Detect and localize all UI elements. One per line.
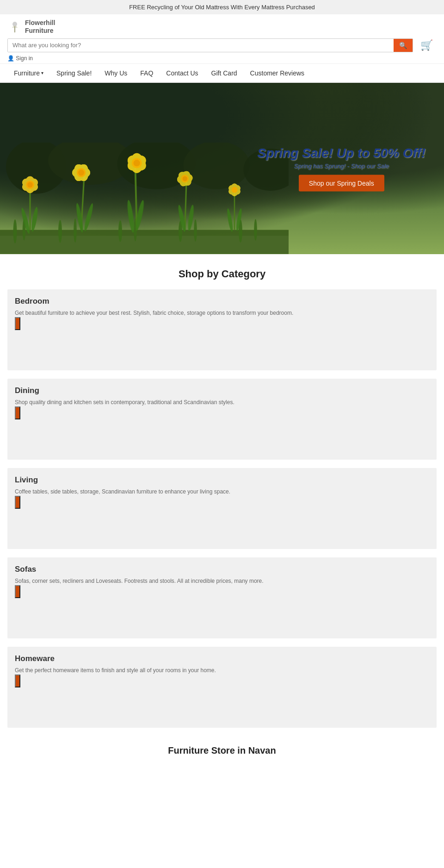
nav-item-spring-sale[interactable]: Spring Sale!: [50, 64, 98, 82]
category-name-sofas: Sofas: [15, 565, 429, 574]
svg-point-27: [27, 182, 33, 187]
logo-text: Flowerhill Furniture: [25, 19, 55, 35]
search-input-wrap[interactable]: 🔍: [7, 38, 413, 52]
svg-point-36: [78, 170, 84, 176]
svg-point-18: [254, 219, 257, 241]
footer-title: Furniture Store in Navan: [7, 745, 437, 756]
category-desc-dining: Shop quality dining and kitchen sets in …: [15, 398, 305, 406]
hero-cta-button[interactable]: Shop our Spring Deals: [299, 175, 384, 191]
category-card-dining: Dining Shop quality dining and kitchen s…: [7, 379, 437, 460]
category-btn-living[interactable]: [15, 496, 20, 509]
svg-point-71: [226, 208, 234, 233]
search-input[interactable]: [8, 39, 394, 52]
category-btn-sofas[interactable]: [15, 585, 20, 598]
svg-point-67: [126, 200, 136, 233]
nav-item-customer-reviews[interactable]: Customer Reviews: [244, 64, 311, 82]
main-nav: Furniture ▾ Spring Sale! Why Us FAQ Cont…: [0, 64, 444, 83]
category-card-homeware: Homeware Get the perfect homeware items …: [7, 647, 437, 728]
svg-point-66: [83, 203, 94, 232]
footer-section: Furniture Store in Navan: [0, 736, 444, 769]
category-btn-dining[interactable]: [15, 406, 20, 419]
category-desc-bedroom: Get beautiful furniture to achieve your …: [15, 309, 305, 317]
nav-item-gift-card[interactable]: Gift Card: [205, 64, 244, 82]
category-name-homeware: Homeware: [15, 654, 429, 663]
category-desc-sofas: Sofas, corner sets, recliners and Lovese…: [15, 577, 305, 585]
nav-item-contact-us[interactable]: Contact Us: [160, 64, 204, 82]
category-btn-homeware[interactable]: [15, 674, 20, 687]
svg-point-64: [31, 206, 39, 232]
account-row: 👤 Sign in: [7, 55, 437, 62]
svg-line-46: [185, 182, 186, 230]
svg-point-70: [187, 205, 195, 231]
search-icon: 🔍: [399, 42, 407, 49]
category-card-bedroom: Bedroom Get beautiful furniture to achie…: [7, 289, 437, 370]
chevron-down-icon: ▾: [41, 70, 43, 75]
announcement-text: FREE Recycling of Your Old Mattress With…: [129, 4, 315, 11]
shop-by-category-title: Shop by Category: [0, 268, 444, 280]
svg-rect-8: [0, 236, 289, 254]
logo-area: Flowerhill Furniture: [7, 19, 437, 35]
cart-icon[interactable]: 🛒: [417, 37, 437, 53]
svg-point-5: [184, 143, 250, 189]
announcement-bar: FREE Recycling of Your Old Mattress With…: [0, 0, 444, 14]
category-name-bedroom: Bedroom: [15, 297, 429, 306]
category-desc-homeware: Get the perfect homeware items to finish…: [15, 666, 305, 674]
nav-item-furniture[interactable]: Furniture ▾: [7, 64, 50, 82]
category-card-living: Living Coffee tables, side tables, stora…: [7, 468, 437, 549]
category-name-living: Living: [15, 475, 429, 485]
category-btn-bedroom[interactable]: [15, 317, 20, 330]
hero-title: Spring Sale! Up to 50% Off!: [257, 145, 426, 160]
svg-point-45: [134, 160, 140, 166]
logo-icon: [7, 19, 22, 34]
hero-subtitle: Spring has Sprung! - Shop our Sale: [257, 162, 426, 169]
hero-text-overlay: Spring Sale! Up to 50% Off! Spring has S…: [257, 145, 426, 191]
category-card-sofas: Sofas Sofas, corner sets, recliners and …: [7, 557, 437, 638]
svg-point-13: [118, 220, 122, 242]
svg-point-62: [232, 187, 238, 193]
svg-point-54: [183, 176, 187, 181]
svg-point-16: [194, 219, 197, 242]
nav-item-faq[interactable]: FAQ: [134, 64, 160, 82]
cart-symbol: 🛒: [420, 39, 433, 51]
svg-point-9: [13, 219, 17, 244]
hero-banner: Spring Sale! Up to 50% Off! Spring has S…: [0, 83, 444, 254]
nav-item-why-us[interactable]: Why Us: [98, 64, 134, 82]
category-name-dining: Dining: [15, 386, 429, 395]
svg-point-11: [58, 220, 62, 243]
account-label[interactable]: Sign in: [16, 55, 33, 62]
hero-daffodil-image: [0, 143, 289, 254]
header: Flowerhill Furniture 🔍 🛒 👤 Sign in: [0, 14, 444, 64]
search-button[interactable]: 🔍: [394, 39, 413, 52]
svg-point-12: [74, 219, 77, 243]
category-cards: Bedroom Get beautiful furniture to achie…: [0, 289, 444, 728]
category-desc-living: Coffee tables, side tables, storage, Sca…: [15, 487, 305, 496]
search-row: 🔍 🛒: [7, 37, 437, 53]
account-icon: 👤: [7, 55, 14, 62]
